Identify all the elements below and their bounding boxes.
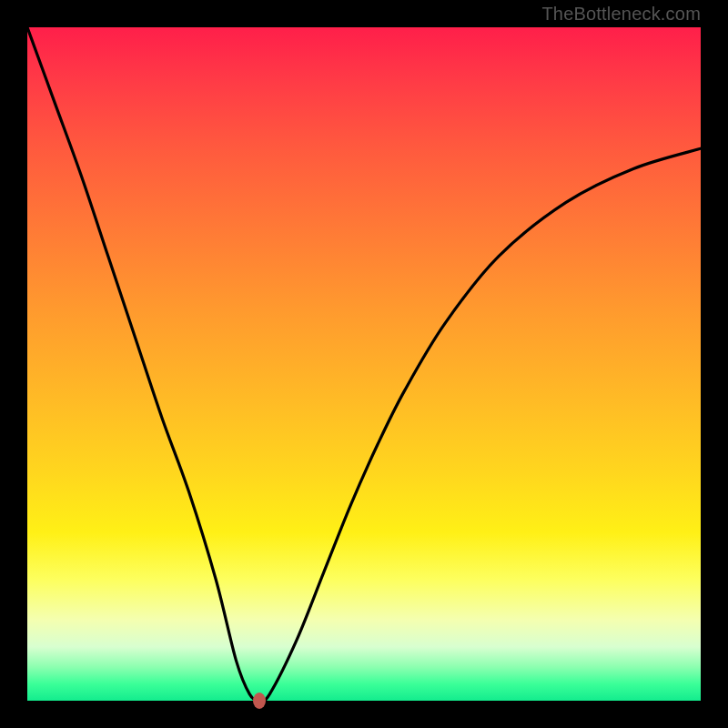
plot-area (27, 27, 701, 701)
min-point-marker (253, 693, 266, 709)
heat-gradient-background (27, 27, 701, 701)
watermark-text: TheBottleneck.com (541, 4, 701, 25)
